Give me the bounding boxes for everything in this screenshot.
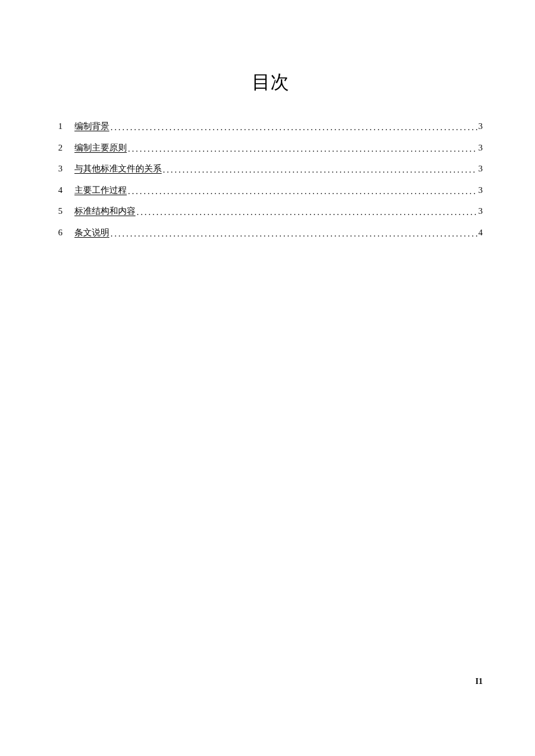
toc-entry-link[interactable]: 编制主要原则: [74, 141, 127, 155]
toc-entry-number: 1: [58, 120, 74, 133]
toc-entry-number: 2: [58, 141, 74, 155]
toc-entry-link[interactable]: 与其他标准文件的关系: [74, 162, 162, 175]
table-of-contents: 1 编制背景 3 2 编制主要原则 3 3 与其他标准文件的关系 3 4 主要工…: [58, 120, 483, 239]
toc-entry-page: 3: [477, 120, 483, 133]
toc-entry: 6 条文说明 4: [58, 226, 483, 239]
document-page: 目次 1 编制背景 3 2 编制主要原则 3 3 与其他标准文件的关系 3 4 …: [0, 0, 535, 756]
toc-leader-dots: [109, 227, 477, 241]
toc-entry: 2 编制主要原则 3: [58, 141, 483, 155]
toc-entry-page: 3: [477, 141, 483, 155]
toc-entry-link[interactable]: 条文说明: [74, 226, 109, 239]
toc-entry-number: 4: [58, 184, 74, 197]
page-number: I1: [476, 677, 483, 686]
toc-entry-number: 6: [58, 226, 74, 239]
toc-entry-page: 3: [477, 184, 483, 197]
toc-entry-link[interactable]: 标准结构和内容: [74, 205, 135, 218]
toc-leader-dots: [162, 163, 477, 177]
toc-leader-dots: [135, 206, 477, 219]
toc-entry: 3 与其他标准文件的关系 3: [58, 162, 483, 175]
toc-entry-number: 3: [58, 162, 74, 175]
toc-leader-dots: [109, 121, 477, 134]
toc-entry-page: 3: [477, 162, 483, 175]
toc-entry: 4 主要工作过程 3: [58, 184, 483, 197]
toc-entry-page: 3: [477, 205, 483, 218]
toc-entry-link[interactable]: 主要工作过程: [74, 184, 127, 197]
toc-entry-link[interactable]: 编制背景: [74, 120, 109, 133]
toc-entry-number: 5: [58, 205, 74, 218]
toc-entry-page: 4: [477, 226, 483, 239]
toc-entry: 1 编制背景 3: [58, 120, 483, 133]
toc-title: 目次: [58, 70, 483, 95]
toc-leader-dots: [127, 185, 477, 198]
toc-leader-dots: [127, 142, 477, 156]
toc-entry: 5 标准结构和内容 3: [58, 205, 483, 218]
